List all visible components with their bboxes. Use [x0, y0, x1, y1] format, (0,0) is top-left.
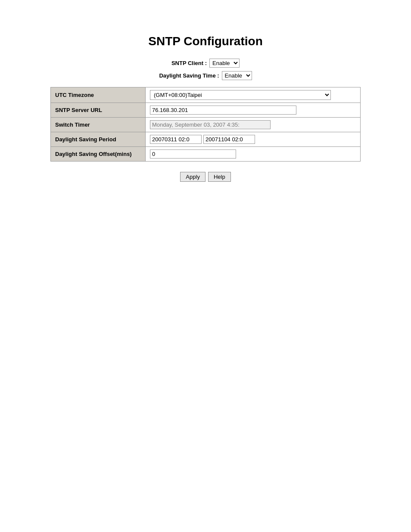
period-end-input[interactable] [203, 135, 255, 144]
sntp-client-label: SNTP Client : [171, 60, 207, 66]
switch-timer-input[interactable] [150, 120, 271, 129]
sntp-server-url-input[interactable] [150, 106, 296, 115]
utc-timezone-label: UTC Timezone [51, 87, 146, 103]
sntp-server-url-cell [146, 103, 361, 118]
daylight-saving-label: Daylight Saving Time : [159, 72, 219, 79]
table-row: UTC Timezone (GMT+08:00)Taipei (GMT-12:0… [51, 87, 361, 103]
sntp-client-select[interactable]: Enable Disable [209, 59, 240, 68]
sntp-client-row: SNTP Client : Enable Disable [171, 59, 240, 68]
sntp-server-url-label: SNTP Server URL [51, 103, 146, 118]
daylight-saving-period-cell [146, 132, 361, 147]
daylight-saving-offset-label: Daylight Saving Offset(mins) [51, 147, 146, 162]
utc-timezone-cell: (GMT+08:00)Taipei (GMT-12:00)Internation… [146, 87, 361, 103]
apply-button[interactable]: Apply [180, 172, 206, 182]
switch-timer-label: Switch Timer [51, 118, 146, 132]
page-title: SNTP Configuration [148, 34, 262, 48]
page-wrapper: SNTP Configuration SNTP Client : Enable … [0, 0, 411, 532]
table-row: SNTP Server URL [51, 103, 361, 118]
daylight-saving-period-label: Daylight Saving Period [51, 132, 146, 147]
help-button[interactable]: Help [208, 172, 231, 182]
button-row: Apply Help [180, 172, 230, 182]
period-start-input[interactable] [150, 135, 202, 144]
table-row: Switch Timer [51, 118, 361, 132]
table-row: Daylight Saving Period [51, 132, 361, 147]
daylight-saving-time-row: Daylight Saving Time : Enable Disable [159, 71, 252, 80]
top-controls: SNTP Client : Enable Disable Daylight Sa… [159, 59, 252, 80]
config-table: UTC Timezone (GMT+08:00)Taipei (GMT-12:0… [50, 87, 361, 162]
daylight-saving-select[interactable]: Enable Disable [222, 71, 252, 80]
daylight-saving-offset-cell [146, 147, 361, 162]
daylight-saving-offset-input[interactable] [150, 149, 236, 159]
table-row: Daylight Saving Offset(mins) [51, 147, 361, 162]
timezone-select[interactable]: (GMT+08:00)Taipei (GMT-12:00)Internation… [150, 90, 331, 100]
period-inputs [150, 135, 356, 144]
switch-timer-cell [146, 118, 361, 132]
